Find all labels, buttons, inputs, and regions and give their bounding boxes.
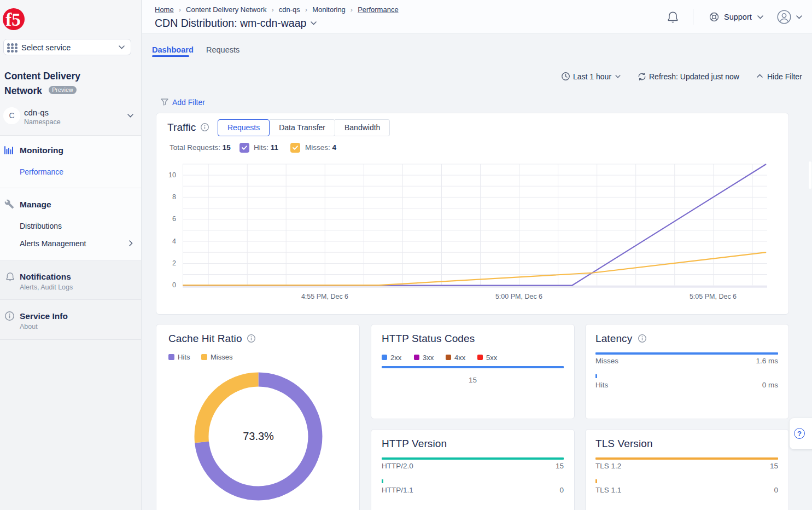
svg-text:73.3%: 73.3% — [243, 430, 274, 442]
svg-text:f5: f5 — [5, 10, 21, 30]
